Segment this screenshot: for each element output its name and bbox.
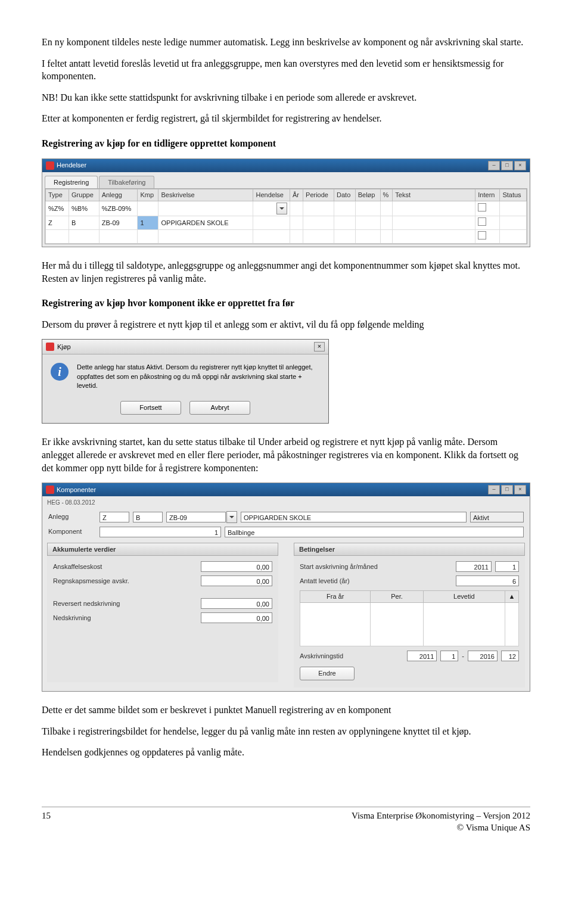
- label-avskrivningstid: Avskrivningstid: [300, 652, 343, 661]
- cell-checkbox[interactable]: [475, 201, 500, 216]
- checkbox[interactable]: [478, 203, 486, 211]
- label-antatt-levetid: Antatt levetid (år): [300, 577, 350, 586]
- paragraph: Her må du i tillegg til saldotype, anleg…: [42, 259, 530, 285]
- window-title: Hendelser: [57, 161, 86, 170]
- cell[interactable]: %ZB-09%: [99, 201, 138, 216]
- hendelser-window: Hendelser – □ × Registrering Tilbakeføri…: [42, 158, 530, 247]
- start-year-input[interactable]: 2011: [456, 561, 492, 572]
- cell[interactable]: ZB-09: [99, 216, 138, 230]
- table-header-row: Type Gruppe Anlegg Kmp Beskrivelse Hende…: [46, 189, 527, 201]
- cell[interactable]: [138, 201, 158, 216]
- cell[interactable]: [371, 603, 423, 646]
- window-subtitle: HEG - 08.03.2012: [42, 496, 530, 509]
- tab-tilbakeforing[interactable]: Tilbakeføring: [99, 176, 154, 189]
- levetid-input[interactable]: 6: [456, 575, 519, 586]
- col-gruppe[interactable]: Gruppe: [69, 189, 100, 201]
- col-dato[interactable]: Dato: [334, 189, 356, 201]
- col-anlegg[interactable]: Anlegg: [99, 189, 138, 201]
- anlegg-type-input[interactable]: Z: [100, 512, 129, 522]
- titlebar: Hendelser – □ ×: [42, 159, 530, 172]
- cell-checkbox[interactable]: [475, 216, 500, 230]
- akkumulerte-groupbox: Akkumulerte verdier Anskaffelseskost 0,0…: [47, 543, 278, 683]
- col-periode[interactable]: Periode: [303, 189, 334, 201]
- table-row[interactable]: Z B ZB-09 1 OPPIGARDEN SKOLE: [46, 216, 527, 230]
- paragraph: I feltet antatt levetid foreslås levetid…: [42, 57, 530, 83]
- table-row[interactable]: %Z% %B% %ZB-09%: [46, 201, 527, 216]
- col-kmp[interactable]: Kmp: [138, 189, 158, 201]
- label-regn-avskr: Regnskapsmessige avskr.: [53, 577, 129, 586]
- endre-button[interactable]: Endre: [300, 667, 355, 680]
- label-anlegg: Anlegg: [48, 512, 96, 521]
- group-title: Betingelser: [294, 543, 525, 556]
- section-heading: Registrering av kjøp for en tidligere op…: [42, 137, 530, 150]
- cell[interactable]: Z: [46, 216, 69, 230]
- checkbox[interactable]: [478, 231, 486, 239]
- col-intern[interactable]: Intern: [475, 189, 500, 201]
- col-levetid[interactable]: Levetid: [423, 591, 505, 603]
- col-status[interactable]: Status: [500, 189, 527, 201]
- minimize-icon[interactable]: –: [488, 161, 500, 170]
- info-icon: i: [51, 363, 69, 381]
- app-icon: [46, 161, 54, 170]
- close-icon[interactable]: ×: [514, 485, 526, 494]
- tab-registrering[interactable]: Registrering: [45, 176, 98, 189]
- scrollbar[interactable]: [505, 603, 519, 646]
- scroll-up-icon[interactable]: ▲: [505, 591, 519, 603]
- label-komponent: Komponent: [48, 527, 96, 536]
- col-prosent[interactable]: %: [380, 189, 393, 201]
- close-icon[interactable]: ×: [314, 342, 325, 351]
- maximize-icon[interactable]: □: [501, 161, 513, 170]
- minimize-icon[interactable]: –: [488, 485, 500, 494]
- footer-line2: © Visma Unique AS: [352, 822, 530, 833]
- cell-kmp-highlighted[interactable]: 1: [138, 216, 158, 230]
- chevron-down-icon[interactable]: [226, 511, 237, 523]
- komponent-nr-input[interactable]: 1: [100, 527, 221, 537]
- start-month-input[interactable]: 1: [495, 561, 519, 572]
- komponent-name-input[interactable]: Ballbinge: [225, 527, 524, 537]
- anlegg-gruppe-input[interactable]: B: [133, 512, 163, 522]
- dialog-title: Kjøp: [57, 343, 71, 351]
- col-hendelse[interactable]: Hendelse: [253, 189, 290, 201]
- col-tekst[interactable]: Tekst: [393, 189, 475, 201]
- col-belop[interactable]: Beløp: [355, 189, 380, 201]
- paragraph: NB! Du kan ikke sette stattidspunkt for …: [42, 91, 530, 104]
- anskaffelseskost-value: 0,00: [201, 561, 272, 572]
- section-heading: Registrering av kjøp hvor komponent ikke…: [42, 297, 530, 310]
- page-footer: 15 Visma Enterprise Økonomistyring – Ver…: [42, 807, 530, 834]
- anlegg-nr-input[interactable]: ZB-09: [166, 512, 226, 522]
- cell[interactable]: OPPIGARDEN SKOLE: [158, 216, 253, 230]
- paragraph: Hendelsen godkjennes og oppdateres på va…: [42, 746, 530, 759]
- paragraph: Etter at komponenten er ferdig registrer…: [42, 112, 530, 125]
- avbryt-button[interactable]: Avbryt: [189, 401, 250, 415]
- col-per[interactable]: Per.: [371, 591, 423, 603]
- reversert-nedskrivning-value: 0,00: [201, 598, 272, 609]
- cell[interactable]: B: [69, 216, 100, 230]
- cell[interactable]: %Z%: [46, 201, 69, 216]
- anlegg-name-input[interactable]: OPPIGARDEN SKOLE: [241, 512, 467, 522]
- cell[interactable]: [253, 201, 290, 216]
- maximize-icon[interactable]: □: [501, 485, 513, 494]
- label-start-avskrivning: Start avskrivning år/måned: [300, 562, 378, 571]
- regn-avskr-value: 0,00: [201, 575, 272, 586]
- komponenter-window: Komponenter – □ × HEG - 08.03.2012 Anleg…: [42, 483, 530, 692]
- label-anskaffelseskost: Anskaffelseskost: [53, 562, 102, 571]
- cell[interactable]: [158, 201, 253, 216]
- dialog-message: Dette anlegg har status Aktivt. Dersom d…: [77, 363, 320, 390]
- separator: -: [462, 652, 464, 661]
- close-icon[interactable]: ×: [514, 161, 526, 170]
- col-type[interactable]: Type: [46, 189, 69, 201]
- cell[interactable]: [300, 603, 371, 646]
- avskr-to-month: 12: [501, 651, 519, 661]
- col-beskrivelse[interactable]: Beskrivelse: [158, 189, 253, 201]
- footer-line1: Visma Enterprise Økonomistyring – Versjo…: [352, 810, 530, 822]
- cell[interactable]: %B%: [69, 201, 100, 216]
- cell[interactable]: [423, 603, 505, 646]
- col-fra-ar[interactable]: Fra år: [300, 591, 371, 603]
- checkbox[interactable]: [478, 217, 486, 226]
- chevron-down-icon[interactable]: [276, 203, 287, 214]
- col-ar[interactable]: År: [290, 189, 303, 201]
- kjop-dialog: Kjøp × i Dette anlegg har status Aktivt.…: [42, 339, 329, 424]
- fortsett-button[interactable]: Fortsett: [120, 401, 181, 415]
- hendelser-table: Type Gruppe Anlegg Kmp Beskrivelse Hende…: [45, 189, 527, 244]
- paragraph: Er ikke avskrivning startet, kan du sett…: [42, 435, 530, 474]
